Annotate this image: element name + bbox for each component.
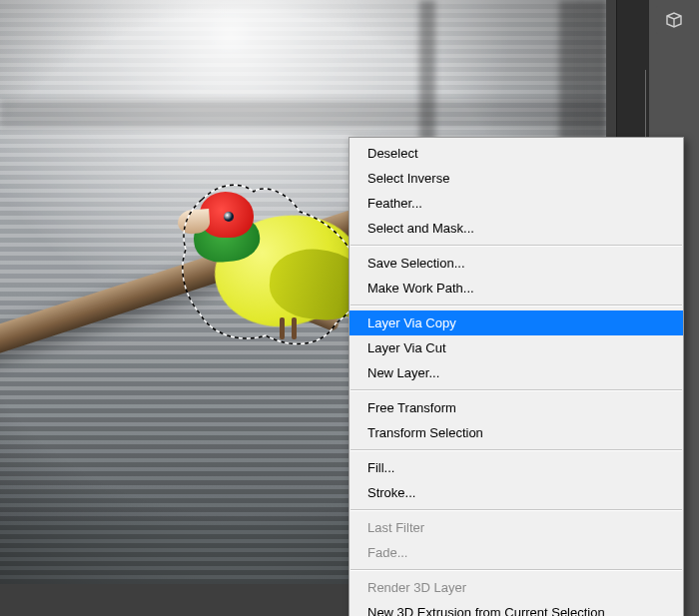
menu-item-new-3d-extrusion-from-current-selection[interactable]: New 3D Extrusion from Current Selection [350, 600, 683, 616]
menu-item-last-filter: Last Filter [350, 515, 683, 540]
3d-panel-button[interactable] [656, 6, 692, 34]
menu-separator [350, 449, 682, 451]
menu-item-select-and-mask[interactable]: Select and Mask... [350, 216, 683, 241]
3d-panel-icon [663, 11, 685, 29]
menu-item-feather[interactable]: Feather... [350, 191, 683, 216]
menu-item-fade: Fade... [350, 540, 683, 565]
menu-separator [350, 569, 682, 571]
menu-item-free-transform[interactable]: Free Transform [350, 395, 683, 420]
menu-separator [350, 389, 682, 391]
menu-item-layer-via-cut[interactable]: Layer Via Cut [350, 335, 683, 360]
menu-item-render-3d-layer: Render 3D Layer [350, 575, 683, 600]
menu-item-transform-selection[interactable]: Transform Selection [350, 420, 683, 445]
menu-item-save-selection[interactable]: Save Selection... [350, 251, 683, 276]
menu-item-make-work-path[interactable]: Make Work Path... [350, 276, 683, 301]
menu-item-select-inverse[interactable]: Select Inverse [350, 166, 683, 191]
menu-item-fill[interactable]: Fill... [350, 455, 683, 480]
menu-item-stroke[interactable]: Stroke... [350, 480, 683, 505]
context-menu[interactable]: DeselectSelect InverseFeather...Select a… [349, 137, 684, 616]
menu-item-deselect[interactable]: Deselect [350, 141, 683, 166]
menu-separator [350, 305, 682, 307]
menu-item-new-layer[interactable]: New Layer... [350, 360, 683, 385]
menu-separator [350, 509, 682, 511]
workspace: DeselectSelect InverseFeather...Select a… [0, 0, 699, 616]
menu-item-layer-via-copy[interactable]: Layer Via Copy [350, 310, 683, 335]
menu-separator [350, 245, 682, 247]
